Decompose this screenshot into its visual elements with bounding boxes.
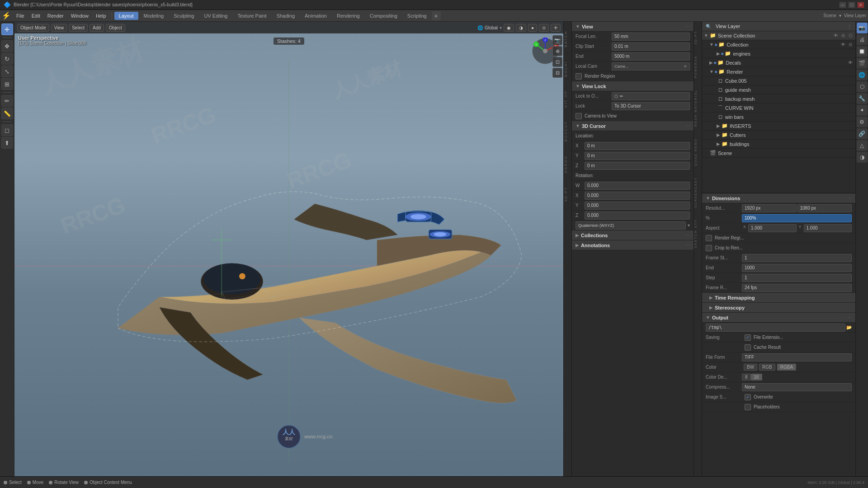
local-cam-value[interactable]: Came... ✕ [612,62,690,70]
data-icon-btn[interactable]: △ [857,140,868,151]
coll-vis-sel[interactable]: ⊙ [847,42,854,47]
placeholders-cb[interactable] [745,404,751,410]
object-menu[interactable]: Object [106,24,125,32]
scene-collection-item[interactable]: ▼ 📁 Scene Collection 👁 ⊙ ⬡ [702,31,855,40]
time-remap-header[interactable]: ▶ Time Remapping [702,293,855,303]
lock-to-obj-value[interactable]: ⬡ ✏ [612,92,690,100]
curve-win-item[interactable]: ⌒ CURVE WIN [702,103,855,113]
vis-hide[interactable]: ⬡ [847,33,854,38]
tab-rendering[interactable]: Rendering [332,12,364,20]
menu-file[interactable]: File [13,12,28,19]
menu-help[interactable]: Help [92,12,110,19]
measure-tool[interactable]: 📏 [1,108,13,119]
decals-item[interactable]: ▶ ■ 📁 Decals 👁 [702,58,855,67]
stereoscopy-header[interactable]: ▶ Stereoscopy [702,303,855,313]
color-bw[interactable]: BW [744,364,757,371]
modifier-icon-btn[interactable]: 🔧 [857,93,868,104]
render-region-checkbox[interactable] [576,73,582,80]
tab-scripting[interactable]: Scripting [403,12,431,20]
camera-to-view-checkbox[interactable] [576,113,582,119]
bottom-move[interactable]: Move [27,480,43,485]
tab-animation[interactable]: Animation [300,12,331,20]
render-icon-btn[interactable]: 📷 [857,23,868,33]
tab-layout[interactable]: Layout [114,12,138,20]
buildings-item[interactable]: ▶ 📁 buildings [702,140,855,149]
add-workspace-button[interactable]: + [432,11,441,20]
constraints-icon-btn[interactable]: 🔗 [857,128,868,139]
zoom-camera-button[interactable]: 📷 [552,35,562,45]
coll-vis-eye[interactable]: 👁 [840,42,846,47]
object-icon-btn[interactable]: ⬡ [857,81,868,92]
engines-item[interactable]: ▶ ■ 📁 engines [702,49,855,58]
frame-start-val[interactable]: 1 [742,254,852,262]
rot-w-value[interactable]: 0.000 [585,182,690,190]
viewport-overlay[interactable]: ⊙ [539,24,549,32]
resol-y[interactable]: 1080 px [797,204,852,212]
vis-sel[interactable]: ⊙ [840,33,846,38]
world-icon-btn[interactable]: 🌐 [857,70,868,80]
cutters-item[interactable]: ▶ 📁 Cutters [702,131,855,140]
tab-modeling[interactable]: Modeling [139,12,169,20]
window-controls[interactable]: ─ □ ✕ [839,2,864,8]
cursor-section-header[interactable]: ▼ 3D Cursor ⋯ [572,121,693,131]
add-menu[interactable]: Add [90,24,104,32]
frame-step-val[interactable]: 1 [742,274,852,282]
bottom-context[interactable]: Object Context Menu [84,480,132,485]
collection-item[interactable]: ▼ ■ 📁 Collection 👁 ⊙ [702,40,855,49]
menu-window[interactable]: Window [67,12,92,19]
physics-icon-btn[interactable]: ⚙ [857,117,868,127]
scene-icon-btn[interactable]: 🎬 [857,58,868,69]
aspect-x-val[interactable]: 1.000 [748,224,796,232]
lock-value[interactable]: To 3D Cursor [612,102,690,110]
cursor-tool[interactable]: ✛ [1,23,13,35]
output-icon-btn[interactable]: 🖨 [857,34,868,45]
cursor-x-value[interactable]: 0 m [585,142,690,150]
annotate-tool[interactable]: ✏ [1,95,13,107]
rot-z-value[interactable]: 0.000 [585,211,690,220]
overwrite-cb[interactable] [745,394,751,400]
select-menu[interactable]: Select [69,24,88,32]
close-button[interactable]: ✕ [857,2,864,8]
menu-render[interactable]: Render [44,12,67,19]
bottom-select[interactable]: Select [4,480,22,485]
maximize-button[interactable]: □ [848,2,855,8]
view-layer-icon-btn[interactable]: 🔲 [857,46,868,57]
move-tool[interactable]: ✥ [1,40,13,52]
minimize-button[interactable]: ─ [839,2,846,8]
tab-sculpting[interactable]: Sculpting [169,12,198,20]
cursor-y-value[interactable]: 0 m [585,152,690,160]
view-menu[interactable]: View [51,24,67,32]
rot-y-value[interactable]: 0.000 [585,202,690,210]
resol-x[interactable]: 1920 px [742,204,797,212]
tab-shading[interactable]: Shading [272,12,299,20]
color-depth-16[interactable]: 16 [751,374,762,380]
crop-cb[interactable] [706,245,712,251]
win-bars-item[interactable]: ◻ win bars [702,113,855,122]
zoom-fit-button[interactable]: ⊕ [552,46,562,56]
tab-texture-paint[interactable]: Texture Paint [233,12,271,20]
cursor-z-value[interactable]: 0 m [585,162,690,170]
color-rgb[interactable]: RGB [759,364,775,371]
backup-mesh-item[interactable]: ◻ backup mesh [702,94,855,103]
rotate-tool[interactable]: ↻ [1,53,13,65]
vis-eye[interactable]: 👁 [833,33,839,38]
scale-tool[interactable]: ⤡ [1,66,13,77]
cache-cb[interactable] [745,344,751,351]
perspective-toggle[interactable]: ⊡ [552,57,562,67]
render-item[interactable]: ▼ ■ 📁 Render [702,67,855,76]
file-ext-cb[interactable] [745,334,751,341]
percent-value[interactable]: 100% [742,214,852,222]
particles-icon-btn[interactable]: ✦ [857,105,868,116]
color-rgba[interactable]: RGBA [777,364,796,371]
cube005-item[interactable]: ◻ Cube.005 [702,76,855,85]
aspect-y-val[interactable]: 1.000 [804,224,852,232]
clip-end-value[interactable]: 5000 m [612,52,690,61]
render-region-dims-cb[interactable] [706,235,712,241]
collections-section-header[interactable]: ▶ Collections ⋯ [572,230,693,240]
output-section-header[interactable]: ▼ Output ⋯ [702,313,855,323]
focal-len-value[interactable]: 50 mm [612,33,690,41]
menu-edit[interactable]: Edit [28,12,44,19]
view-lock-section-header[interactable]: ▼ View Lock [572,81,693,91]
color-depth-8[interactable]: 8 [742,374,751,380]
clip-start-value[interactable]: 0.01 m [612,42,690,51]
